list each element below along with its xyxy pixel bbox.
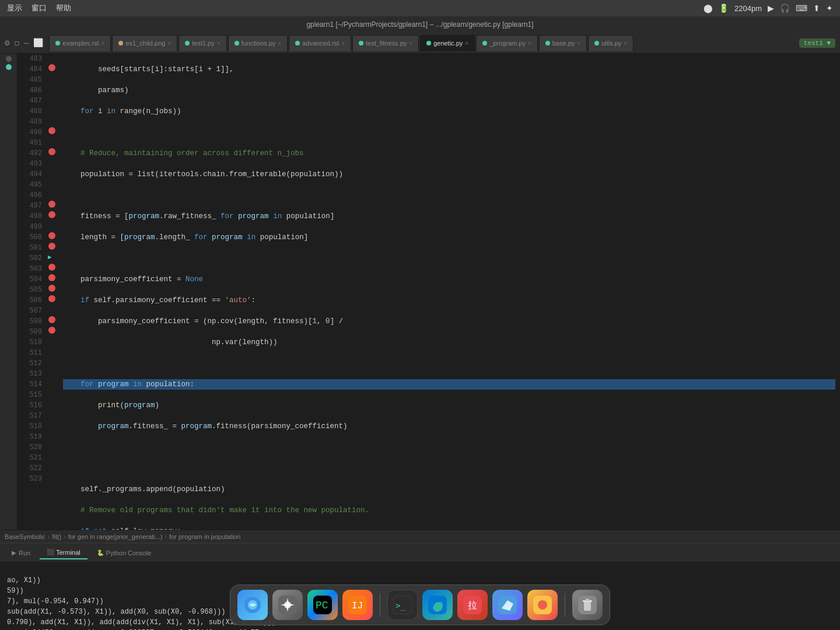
- code-content[interactable]: seeds[starts[i]:starts[i + 1]], params) …: [58, 54, 840, 530]
- svg-text:PC: PC: [316, 600, 328, 611]
- breadcrumb: BaseSymbolic › fit() › for gen in range(…: [0, 530, 840, 542]
- time-display: 2204pm: [734, 4, 762, 13]
- tab-base-py[interactable]: base.py ×: [539, 35, 587, 51]
- tab-icon-png: [118, 41, 123, 46]
- python-icon: 🐍: [97, 550, 104, 556]
- sidebar-dot-2[interactable]: [6, 64, 12, 70]
- terminal-tab-bar: ▶ Run ⬛ Terminal 🐍 Python Console: [0, 544, 840, 562]
- tab-test-fitness-py[interactable]: test_fitness.py ×: [352, 35, 419, 51]
- tab-icon-utils: [594, 41, 599, 46]
- menu-item-display[interactable]: 显示: [7, 3, 22, 13]
- upload-icon[interactable]: ⬆: [813, 4, 820, 13]
- bluetooth-icon[interactable]: ✦: [826, 4, 833, 13]
- tab-functions-py[interactable]: functions.py ×: [228, 35, 288, 51]
- svg-point-15: [538, 600, 547, 610]
- tab-test1-py[interactable]: test1.py ×: [178, 35, 226, 51]
- dock-terminal[interactable]: >_: [387, 590, 418, 620]
- title-bar: gplearn1 [~/PycharmProjects/gplearn1] – …: [0, 16, 840, 33]
- tab-close[interactable]: ×: [278, 40, 281, 47]
- dock-separator: [380, 593, 380, 617]
- code-line-501: [63, 442, 835, 453]
- line-numbers: 483484485486 487488489490 491492493494 4…: [18, 54, 47, 530]
- test1-badge: test1 ▼: [799, 38, 835, 48]
- svg-rect-17: [584, 601, 591, 611]
- code-line-504: # Remove old programs that didn't make i…: [63, 505, 835, 516]
- dock-edge[interactable]: [422, 590, 453, 620]
- tab-close[interactable]: ×: [167, 40, 171, 47]
- code-line-499: print(program): [63, 400, 835, 411]
- minimize-icon[interactable]: —: [24, 38, 29, 48]
- dock-pycharm[interactable]: PC: [307, 590, 338, 620]
- settings-icon[interactable]: ⚙: [5, 38, 9, 48]
- layout-icon[interactable]: ◻: [14, 38, 19, 48]
- editor-area: 483484485486 487488489490 491492493494 4…: [0, 54, 840, 530]
- tab-label: ex1_child.png: [125, 40, 165, 47]
- dock-intellij[interactable]: IJ: [342, 590, 373, 620]
- code-lines: 483484485486 487488489490 491492493494 4…: [18, 54, 840, 530]
- dock-finder[interactable]: [237, 590, 268, 620]
- dock-app7[interactable]: [492, 590, 523, 620]
- tab-ex1child-png[interactable]: ex1_child.png ×: [112, 35, 177, 51]
- python-tab-label: Python Console: [106, 550, 152, 556]
- code-line-498: for program in population:: [63, 379, 835, 390]
- bc-item-4[interactable]: for program in population: [169, 533, 240, 540]
- code-line-487: # Reduce, maintaining order across diffe…: [63, 148, 835, 159]
- tab-close[interactable]: ×: [217, 40, 220, 47]
- battery-icon[interactable]: 🔋: [719, 4, 729, 13]
- tab-close-base[interactable]: ×: [577, 40, 580, 47]
- dock-trash[interactable]: [572, 590, 603, 620]
- code-line-486: [63, 127, 835, 138]
- terminal-tab-terminal[interactable]: ⬛ Terminal: [40, 547, 88, 559]
- tab-advanced-rst[interactable]: advanced.rst ×: [289, 35, 351, 51]
- code-line-497: [63, 358, 835, 369]
- tab-close-program[interactable]: ×: [528, 40, 531, 47]
- keyboard-icon[interactable]: ⌨: [796, 4, 807, 13]
- tab-label: _program.py: [489, 40, 526, 47]
- bc-item-2[interactable]: fit(): [52, 533, 61, 540]
- tab-icon-base: [545, 41, 550, 46]
- headphone-icon[interactable]: 🎧: [780, 4, 790, 13]
- tab-bar: ⚙ ◻ — ⬜ examples.rst × ex1_child.png × t…: [0, 33, 840, 54]
- play-icon[interactable]: ▶: [768, 4, 774, 13]
- tab-examples-rst[interactable]: examples.rst ×: [49, 35, 111, 51]
- svg-text:拉: 拉: [468, 601, 477, 611]
- tab-toolbar: ⚙ ◻ — ⬜: [5, 38, 43, 48]
- tab-close[interactable]: ×: [409, 40, 412, 47]
- tab-program-py[interactable]: _program.py ×: [476, 35, 538, 51]
- code-line-495: parsimony_coefficient = (np.cov(length, …: [63, 316, 835, 327]
- menubar-right: ⬤ 🔋 2204pm ▶ 🎧 ⌨ ⬆ ✦: [704, 4, 833, 13]
- tab-icon-rst: [55, 41, 60, 46]
- code-line-496: np.var(length)): [63, 337, 835, 348]
- tab-label: genetic.py: [433, 40, 463, 47]
- terminal-tab-python[interactable]: 🐍 Python Console: [90, 547, 159, 559]
- tab-right-controls: test1 ▼: [799, 38, 835, 48]
- run-tab-label: Run: [19, 550, 30, 556]
- tab-genetic-py[interactable]: genetic.py ×: [420, 35, 475, 51]
- dock-app6[interactable]: 拉: [457, 590, 488, 620]
- bc-item-1[interactable]: BaseSymbolic: [5, 533, 46, 540]
- dock-launchpad[interactable]: [272, 590, 303, 620]
- bc-item-3[interactable]: for gen in range(prior_generati...): [68, 533, 162, 540]
- wifi-icon[interactable]: ⬤: [704, 4, 713, 13]
- tab-close[interactable]: ×: [341, 40, 345, 47]
- code-line-500: program.fitness_ = program.fitness(parsi…: [63, 421, 835, 432]
- terminal-tab-run[interactable]: ▶ Run: [5, 547, 37, 559]
- tab-utils-py[interactable]: utils.py ×: [588, 35, 634, 51]
- dock-app8[interactable]: [527, 590, 558, 620]
- tab-label: utils.py: [601, 40, 621, 47]
- tab-icon-genetic: [426, 41, 431, 46]
- code-line-489: [63, 190, 835, 201]
- menu-bar: 显示 窗口 帮助 ⬤ 🔋 2204pm ▶ 🎧 ⌨ ⬆ ✦: [0, 0, 840, 16]
- tab-close[interactable]: ×: [102, 40, 105, 47]
- menu-item-help[interactable]: 帮助: [56, 3, 71, 13]
- menu-item-window[interactable]: 窗口: [32, 3, 47, 13]
- tab-icon-program: [482, 41, 487, 46]
- code-line-490: fitness = [program.raw_fitness_ for prog…: [63, 211, 835, 222]
- tab-close-utils[interactable]: ×: [624, 40, 627, 47]
- sidebar-dot-1[interactable]: [6, 56, 12, 62]
- tab-close-genetic[interactable]: ×: [465, 40, 468, 47]
- code-line-492: [63, 253, 835, 264]
- split-icon[interactable]: ⬜: [33, 38, 43, 48]
- tab-icon-py3: [359, 41, 363, 46]
- code-editor[interactable]: 483484485486 487488489490 491492493494 4…: [18, 54, 840, 530]
